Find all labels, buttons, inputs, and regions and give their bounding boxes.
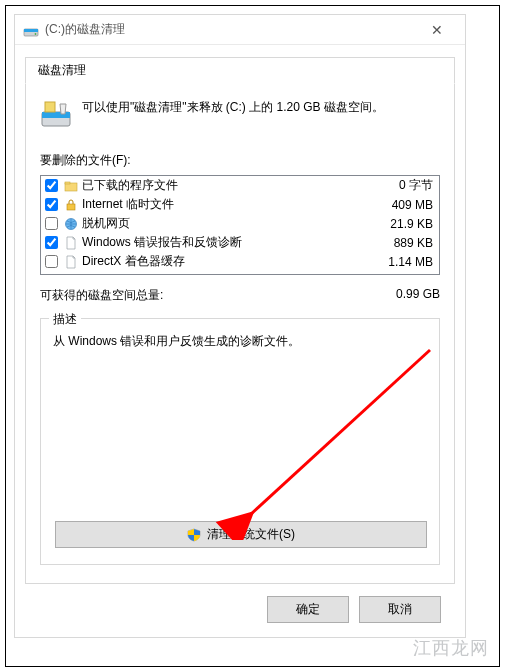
item-checkbox[interactable] <box>45 255 58 268</box>
list-item[interactable]: Internet 临时文件 409 MB <box>41 195 439 214</box>
svg-rect-1 <box>24 29 38 32</box>
clean-system-files-button[interactable]: 清理系统文件(S) <box>55 521 427 548</box>
globe-icon <box>64 217 78 231</box>
item-checkbox[interactable] <box>45 179 58 192</box>
svg-rect-8 <box>67 204 75 210</box>
item-name: 已下载的程序文件 <box>82 177 369 194</box>
list-item[interactable]: 脱机网页 21.9 KB <box>41 214 439 233</box>
disk-cleanup-icon <box>40 98 72 130</box>
item-size: 0 字节 <box>373 177 433 194</box>
info-row: 可以使用"磁盘清理"来释放 (C:) 上的 1.20 GB 磁盘空间。 <box>40 98 440 130</box>
folder-icon <box>64 179 78 193</box>
svg-point-2 <box>35 33 37 35</box>
item-name: Windows 错误报告和反馈诊断 <box>82 234 369 251</box>
lock-icon <box>64 198 78 212</box>
cancel-button[interactable]: 取消 <box>359 596 441 623</box>
button-bar: 确定 取消 <box>25 584 455 637</box>
item-size: 409 MB <box>373 198 433 212</box>
item-name: Internet 临时文件 <box>82 196 369 213</box>
svg-rect-5 <box>45 102 55 112</box>
item-name: DirectX 着色器缓存 <box>82 253 369 270</box>
tab-area: 磁盘清理 可以使用"磁盘清理"来释放 (C:) 上的 1.20 GB 磁盘空间。… <box>15 45 465 637</box>
groupbox-legend: 描述 <box>49 311 81 328</box>
item-checkbox[interactable] <box>45 198 58 211</box>
titlebar: (C:)的磁盘清理 ✕ <box>15 15 465 45</box>
list-item[interactable]: Windows 错误报告和反馈诊断 889 KB <box>41 233 439 252</box>
svg-rect-4 <box>42 112 70 118</box>
list-item[interactable]: DirectX 着色器缓存 1.14 MB <box>41 252 439 271</box>
files-label: 要删除的文件(F): <box>40 152 440 169</box>
uac-shield-icon <box>187 528 201 542</box>
file-icon <box>64 236 78 250</box>
window-title: (C:)的磁盘清理 <box>45 21 411 38</box>
tab-panel: 可以使用"磁盘清理"来释放 (C:) 上的 1.20 GB 磁盘空间。 要删除的… <box>25 83 455 584</box>
ok-button[interactable]: 确定 <box>267 596 349 623</box>
item-checkbox[interactable] <box>45 236 58 249</box>
item-size: 21.9 KB <box>373 217 433 231</box>
list-item[interactable]: 已下载的程序文件 0 字节 <box>41 176 439 195</box>
item-size: 889 KB <box>373 236 433 250</box>
item-checkbox[interactable] <box>45 217 58 230</box>
total-row: 可获得的磁盘空间总量: 0.99 GB <box>40 287 440 304</box>
item-size: 1.14 MB <box>373 255 433 269</box>
close-button[interactable]: ✕ <box>417 22 457 38</box>
description-text: 从 Windows 错误和用户反馈生成的诊断文件。 <box>53 333 427 350</box>
item-name: 脱机网页 <box>82 215 369 232</box>
tab-label: 磁盘清理 <box>38 63 86 77</box>
drive-icon <box>23 22 39 38</box>
dialog-window: (C:)的磁盘清理 ✕ 磁盘清理 可以使用"磁盘清理"来释放 (C:) 上的 1… <box>14 14 466 638</box>
file-icon <box>64 255 78 269</box>
info-text: 可以使用"磁盘清理"来释放 (C:) 上的 1.20 GB 磁盘空间。 <box>82 98 384 117</box>
total-label: 可获得的磁盘空间总量: <box>40 287 360 304</box>
file-list[interactable]: 已下载的程序文件 0 字节 Internet 临时文件 409 MB 脱机网页 … <box>40 175 440 275</box>
description-groupbox: 描述 从 Windows 错误和用户反馈生成的诊断文件。 清理系统文件(S) <box>40 318 440 565</box>
watermark: 江西龙网 <box>413 636 489 660</box>
total-value: 0.99 GB <box>360 287 440 304</box>
svg-rect-7 <box>65 182 70 184</box>
tab-disk-cleanup[interactable]: 磁盘清理 <box>25 57 455 84</box>
clean-button-label: 清理系统文件(S) <box>207 526 295 543</box>
